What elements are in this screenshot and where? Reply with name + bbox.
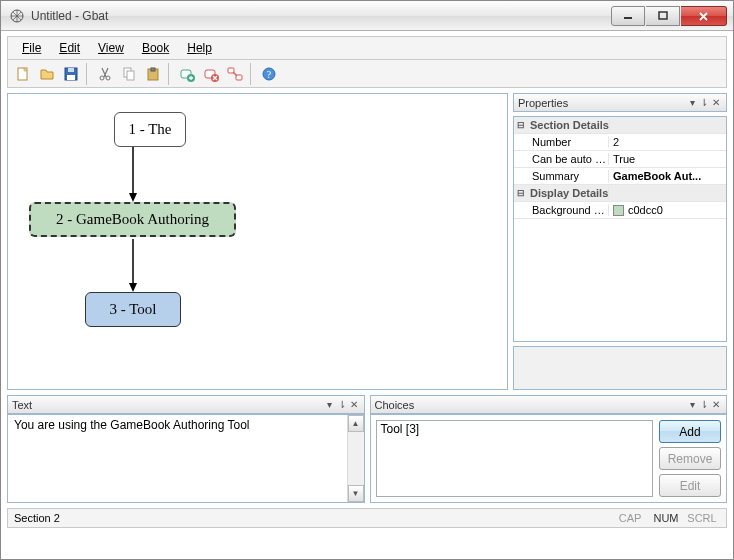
close-button[interactable] (681, 6, 727, 26)
prop-row-bgcolor[interactable]: Background C... c0dcc0 (514, 202, 726, 219)
menu-edit[interactable]: Edit (51, 38, 88, 58)
svg-point-7 (100, 76, 104, 80)
panel-dropdown-icon[interactable]: ▾ (686, 399, 698, 410)
node-1[interactable]: 1 - The (114, 112, 186, 147)
svg-text:?: ? (267, 69, 272, 80)
menu-file[interactable]: File (14, 38, 49, 58)
edit-choice-button[interactable]: Edit (659, 474, 721, 497)
window-title: Untitled - Gbat (31, 9, 108, 23)
panel-pin-icon[interactable]: ⇂ (336, 399, 348, 410)
minimize-button[interactable] (611, 6, 645, 26)
arrow-1-2 (128, 147, 148, 202)
svg-rect-1 (624, 17, 632, 19)
help-icon[interactable]: ? (258, 63, 280, 85)
num-indicator: NUM (648, 512, 684, 524)
collapse-icon[interactable]: ⊟ (514, 120, 528, 130)
text-header: Text ▾ ⇂ ✕ (7, 395, 365, 414)
choices-list[interactable]: Tool [3] (376, 420, 654, 497)
properties-header: Properties ▾ ⇂ ✕ (513, 93, 727, 112)
svg-marker-24 (129, 283, 137, 292)
new-file-icon[interactable] (12, 63, 34, 85)
copy-icon[interactable] (118, 63, 140, 85)
prop-row-number[interactable]: Number 2 (514, 134, 726, 151)
text-scrollbar[interactable]: ▲ ▼ (347, 415, 364, 502)
prop-category-display[interactable]: ⊟ Display Details (514, 185, 726, 202)
open-file-icon[interactable] (36, 63, 58, 85)
properties-grid[interactable]: ⊟ Section Details Number 2 Can be auto s… (513, 116, 727, 342)
svg-point-8 (106, 76, 110, 80)
cap-indicator: CAP (612, 512, 648, 524)
status-text: Section 2 (14, 512, 612, 524)
panel-close-icon[interactable]: ✕ (710, 97, 722, 108)
node-2-selected[interactable]: 2 - GameBook Authoring (29, 202, 236, 237)
link-sections-icon[interactable] (224, 63, 246, 85)
prop-row-summary[interactable]: Summary GameBook Aut... (514, 168, 726, 185)
svg-rect-2 (659, 12, 667, 19)
scroll-down-icon[interactable]: ▼ (348, 485, 364, 502)
color-swatch (613, 205, 624, 216)
scroll-up-icon[interactable]: ▲ (348, 415, 364, 432)
node-3[interactable]: 3 - Tool (85, 292, 181, 327)
menu-view[interactable]: View (90, 38, 132, 58)
app-icon (9, 8, 25, 24)
add-choice-button[interactable]: Add (659, 420, 721, 443)
panel-pin-icon[interactable]: ⇂ (698, 399, 710, 410)
menu-bar: File Edit View Book Help (7, 36, 727, 60)
toolbar: ? (7, 60, 727, 88)
svg-marker-22 (129, 193, 137, 202)
panel-dropdown-icon[interactable]: ▾ (686, 97, 698, 108)
menu-help[interactable]: Help (179, 38, 220, 58)
panel-dropdown-icon[interactable]: ▾ (324, 399, 336, 410)
svg-rect-6 (67, 75, 75, 80)
cut-icon[interactable] (94, 63, 116, 85)
section-text-input[interactable] (8, 415, 347, 502)
paste-icon[interactable] (142, 63, 164, 85)
svg-rect-5 (68, 68, 74, 72)
choices-pane: Choices ▾ ⇂ ✕ Tool [3] Add Remove Edit (370, 395, 728, 503)
title-bar: Untitled - Gbat (1, 1, 733, 31)
prop-row-auto[interactable]: Can be auto s... True (514, 151, 726, 168)
choice-item[interactable]: Tool [3] (381, 422, 649, 436)
svg-rect-10 (127, 71, 134, 80)
save-icon[interactable] (60, 63, 82, 85)
maximize-button[interactable] (646, 6, 680, 26)
diagram-canvas[interactable]: 1 - The 2 - GameBook Authoring 3 - Tool (7, 93, 508, 390)
panel-close-icon[interactable]: ✕ (348, 399, 360, 410)
panel-pin-icon[interactable]: ⇂ (698, 97, 710, 108)
prop-category-section[interactable]: ⊟ Section Details (514, 117, 726, 134)
panel-close-icon[interactable]: ✕ (710, 399, 722, 410)
choices-header: Choices ▾ ⇂ ✕ (370, 395, 728, 414)
properties-help-area (513, 346, 727, 390)
svg-rect-12 (151, 68, 155, 71)
scrl-indicator: SCRL (684, 512, 720, 524)
collapse-icon[interactable]: ⊟ (514, 188, 528, 198)
properties-pane: Properties ▾ ⇂ ✕ ⊟ Section Details Numbe… (513, 93, 727, 390)
arrow-2-3 (128, 239, 148, 292)
delete-section-icon[interactable] (200, 63, 222, 85)
text-pane: Text ▾ ⇂ ✕ ▲ ▼ (7, 395, 365, 503)
remove-choice-button[interactable]: Remove (659, 447, 721, 470)
menu-book[interactable]: Book (134, 38, 177, 58)
add-section-icon[interactable] (176, 63, 198, 85)
status-bar: Section 2 CAP NUM SCRL (7, 508, 727, 528)
